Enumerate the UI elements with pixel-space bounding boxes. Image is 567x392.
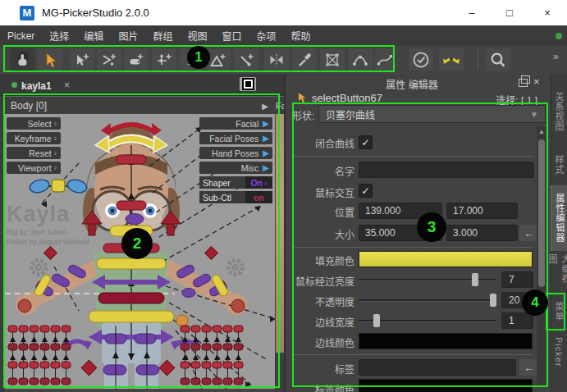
select-tool-button[interactable]: [38, 48, 62, 71]
add-line-button-tool[interactable]: [234, 48, 258, 71]
chevron-down-icon: ▼: [530, 110, 538, 119]
menu-image[interactable]: 图片: [111, 29, 145, 43]
scroll-up-icon[interactable]: ▲: [537, 126, 546, 137]
size-height-field[interactable]: 3.000: [446, 225, 518, 241]
canvas-bottom-strip: [5, 389, 275, 392]
chevron-right-icon: ›: [54, 119, 57, 128]
line-width-value[interactable]: 1: [501, 312, 533, 329]
closed-curve-checkbox[interactable]: ✓: [359, 135, 373, 149]
annotation-3: 3: [417, 212, 446, 242]
chevron-right-icon: ›: [54, 134, 57, 143]
picker-viewport-button[interactable]: Viewport›: [7, 162, 61, 174]
tag-back-arrow-button[interactable]: ←: [519, 359, 538, 376]
add-curve-button-tool[interactable]: [97, 48, 121, 71]
bounding-box-tool-button[interactable]: [320, 48, 345, 71]
node-name: selectButton67: [312, 92, 382, 104]
curve-smooth-tool-button[interactable]: [375, 48, 395, 71]
tab-relation-view[interactable]: 关系视图: [551, 82, 567, 141]
arrow-left-icon: ←: [524, 362, 534, 374]
line-color-swatch[interactable]: [359, 333, 533, 349]
mouse-interact-checkbox[interactable]: ✓: [359, 184, 373, 198]
picker-facial-button[interactable]: Facial▶: [199, 117, 272, 130]
page-header-arrow-icon[interactable]: ▶: [262, 102, 268, 111]
flip-arrows-icon: [441, 52, 461, 68]
close-button[interactable]: ×: [528, 0, 566, 25]
annotation-1: 1: [187, 46, 210, 69]
menu-view[interactable]: 视图: [180, 29, 214, 43]
square-icon: [242, 78, 254, 90]
position-y-field[interactable]: 17.000: [446, 203, 518, 219]
fill-color-swatch[interactable]: [359, 251, 533, 267]
maximize-button[interactable]: □: [491, 0, 528, 25]
slider-handle[interactable]: [472, 273, 478, 286]
search-tool-button[interactable]: [486, 48, 510, 71]
cursor-plus-icon: [74, 52, 90, 68]
attribute-editor-title: 属性 编辑器: [289, 77, 535, 91]
tab-style[interactable]: 样式: [551, 151, 567, 179]
hand-icon: [13, 51, 31, 69]
name-label: 名字: [289, 164, 354, 178]
position-label: 位置: [289, 205, 354, 219]
picker-facial-poses-button[interactable]: Facial Poses▶: [199, 132, 272, 144]
menu-bar: Picker 选择 编辑 图片 群组 视图 窗口 杂项 帮助: [0, 25, 567, 46]
scrollbar-thumb[interactable]: [538, 139, 545, 287]
flip-tool-button[interactable]: [439, 48, 464, 71]
fill-color-label: 填充颜色: [289, 253, 354, 267]
mirror-tool-button[interactable]: [264, 48, 289, 71]
picker-reset-button[interactable]: Reset›: [7, 147, 61, 159]
tab-attribute-editor[interactable]: 属性编辑器: [551, 185, 567, 251]
opacity-slider[interactable]: [359, 292, 496, 308]
menu-misc[interactable]: 杂项: [249, 29, 283, 43]
menu-help[interactable]: 帮助: [283, 29, 318, 43]
panel-close-icon[interactable]: ×: [533, 75, 540, 88]
triangle-plus-icon: [210, 52, 226, 68]
minimize-button[interactable]: –: [453, 0, 491, 25]
mirror-icon: [268, 52, 285, 68]
menu-window[interactable]: 窗口: [214, 29, 249, 43]
hover-brightness-value[interactable]: 7: [501, 271, 533, 288]
add-capsule-button-tool[interactable]: [124, 48, 149, 71]
add-transform-button-tool[interactable]: [152, 48, 176, 71]
picker-select-button[interactable]: Select›: [7, 117, 61, 130]
hover-brightness-slider[interactable]: [359, 271, 496, 288]
eyedropper-icon: [296, 52, 313, 68]
picker-misc-button[interactable]: Misc▶: [199, 162, 272, 174]
picker-hand-poses-button[interactable]: Hand Poses▶: [199, 147, 272, 159]
toolbar-overflow-chevron[interactable]: »: [553, 51, 559, 62]
picker-subctl-toggle[interactable]: Sub-Ctl on: [199, 191, 272, 203]
tab-menu[interactable]: 菜单: [551, 294, 567, 329]
tab-kayla1[interactable]: kayla1: [21, 80, 52, 92]
picker-page-header[interactable]: Body [0] ▶: [5, 96, 275, 115]
menu-edit[interactable]: 编辑: [76, 29, 111, 43]
check-icon: ✓: [361, 138, 369, 148]
mg-pickerstudio-window: M MG-PickerStudio 2.0.0 – □ × Picker 选择 …: [0, 0, 567, 392]
line-color-label: 边线颜色: [289, 335, 354, 349]
zigzag-curve-icon: [377, 52, 393, 68]
line-width-slider[interactable]: [359, 312, 496, 329]
name-field[interactable]: [359, 162, 534, 178]
menu-picker[interactable]: Picker: [0, 30, 42, 42]
node-cursor-icon: [297, 92, 307, 107]
tag-field[interactable]: [359, 359, 516, 376]
slider-handle[interactable]: [373, 314, 380, 327]
size-back-arrow-button[interactable]: ←: [519, 225, 538, 241]
tab-picker[interactable]: Picker: [551, 331, 567, 372]
tag-color-swatch[interactable]: [359, 379, 533, 392]
float-panel-icon[interactable]: [519, 79, 528, 87]
panel-display-toggle-button[interactable]: [240, 77, 256, 91]
arrow-right-icon: ▶: [263, 119, 269, 128]
tab-close-icon[interactable]: ×: [64, 80, 70, 91]
check-tool-button[interactable]: [409, 48, 433, 71]
hand-tool-button[interactable]: [10, 48, 34, 71]
menu-select[interactable]: 选择: [42, 29, 76, 43]
shape-dropdown[interactable]: 贝塞尔曲线 ▼: [318, 105, 546, 123]
curve-edit-tool-button[interactable]: [348, 48, 373, 71]
add-select-button-tool[interactable]: [70, 48, 94, 71]
status-dot: [556, 33, 562, 39]
picker-keyframe-button[interactable]: Keyframe›: [7, 132, 61, 144]
menu-group[interactable]: 群组: [145, 29, 180, 43]
tab-outline-view[interactable]: 大纲视图: [551, 254, 567, 292]
slider-handle[interactable]: [490, 294, 496, 307]
picker-shaper-toggle[interactable]: Shaper On›: [199, 176, 272, 189]
color-picker-tool-button[interactable]: [292, 48, 317, 71]
